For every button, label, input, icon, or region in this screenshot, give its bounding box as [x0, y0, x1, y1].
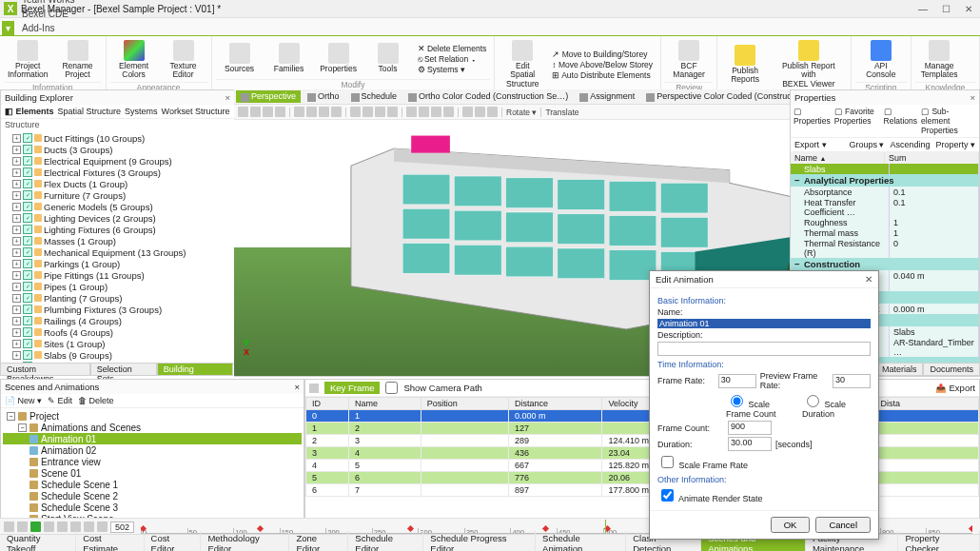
tree-node[interactable]: +✓Roofs (4 Groups) — [3, 326, 232, 338]
explorer-tab[interactable]: Systems — [125, 107, 158, 116]
tree-node[interactable]: +✓Mechanical Equipment (13 Groups) — [3, 246, 232, 258]
status-tab[interactable]: Methodology Editor — [201, 531, 289, 552]
groups-button[interactable]: Groups ▾ — [849, 140, 884, 149]
animate-render-state-checkbox[interactable] — [661, 489, 674, 502]
tree-node[interactable]: +✓Lighting Fixtures (6 Groups) — [3, 224, 232, 235]
close-icon[interactable]: × — [970, 92, 975, 103]
tree-node[interactable]: +✓Pipe Fittings (11 Groups) — [3, 269, 232, 281]
duration-input[interactable]: 30.00 — [728, 437, 772, 451]
element-colors-button[interactable]: Element Colors — [110, 38, 158, 82]
keyframe-tab[interactable]: Key Frame — [324, 382, 380, 394]
tree-node[interactable]: +✓Electrical Fixtures (3 Groups) — [3, 167, 232, 178]
tool-icon[interactable] — [443, 107, 454, 117]
column-header[interactable]: Distance — [509, 398, 602, 410]
properties-tab[interactable]: ▢ Favorite Properties — [834, 107, 880, 135]
scale-frame-count-radio[interactable] — [731, 395, 743, 407]
explorer-tab[interactable]: Spatial Structure — [58, 107, 122, 116]
tree-node[interactable]: +✓Pipes (1 Group) — [3, 281, 232, 292]
tool-icon[interactable] — [375, 107, 385, 117]
viewport-tab[interactable]: Ortho — [303, 90, 344, 102]
tool-icon[interactable] — [462, 107, 473, 117]
properties-tab[interactable]: ▢ Sub-element Properties — [921, 107, 976, 135]
column-header[interactable]: Name — [349, 398, 421, 410]
close-button[interactable]: ✕ — [961, 4, 976, 14]
tool-icon[interactable] — [431, 107, 441, 117]
property-row[interactable]: Thermal Resistance (R)0 — [791, 238, 979, 258]
tool-icon[interactable] — [294, 107, 304, 117]
close-icon[interactable]: ✕ — [865, 274, 872, 285]
tool-icon[interactable] — [306, 107, 317, 117]
export-button[interactable]: 📤 Export — [935, 383, 975, 393]
tool-icon[interactable] — [363, 107, 373, 117]
publish-reports-button[interactable]: Publish Reports — [721, 43, 769, 87]
ribbon-tab-add-ins[interactable]: Add-Ins — [14, 21, 97, 35]
edit-button[interactable]: ✎ Edit — [48, 396, 72, 405]
scene-item[interactable]: Animation 02 — [3, 444, 302, 456]
property-row[interactable]: Heat Transfer Coefficient …0.1 — [791, 197, 979, 217]
edit-spatial-structure-button[interactable]: Edit Spatial Structure — [499, 38, 546, 90]
property-row[interactable]: Slabs — [791, 164, 979, 174]
explorer-tab[interactable]: Workset Structure — [162, 107, 230, 116]
tools-button[interactable]: Tools — [364, 41, 412, 75]
explorer-tree[interactable]: +✓Duct Fittings (10 Groups)+✓Ducts (3 Gr… — [1, 130, 234, 364]
viewport-tab[interactable]: Schedule — [346, 90, 402, 102]
viewport-tab[interactable]: Perspective — [236, 90, 301, 102]
tool-icon[interactable] — [475, 107, 485, 117]
tree-node[interactable]: +✓Flex Ducts (1 Group) — [3, 178, 232, 189]
ascending-button[interactable]: Ascending — [890, 140, 930, 149]
panel-tab[interactable]: Custom Breakdowns — [0, 363, 90, 376]
systems-button[interactable]: ⚙ Systems ▾ — [418, 65, 465, 74]
scale-frame-rate-checkbox[interactable] — [661, 456, 674, 468]
tool-icon[interactable] — [419, 107, 429, 117]
description-input[interactable] — [657, 342, 871, 356]
viewport-tab[interactable]: Assignment — [575, 90, 639, 102]
tree-node[interactable]: +✓Generic Models (5 Groups) — [3, 201, 232, 212]
api-console-button[interactable]: API Console — [855, 38, 908, 82]
close-icon[interactable]: × — [225, 92, 230, 103]
name-input[interactable]: Animation 01 — [657, 319, 871, 328]
set-relation-button[interactable]: ⎋ Set Relation ▾ — [418, 54, 476, 64]
rotate-dropdown[interactable]: Rotate ▾ — [506, 108, 537, 117]
status-tab[interactable]: Cost Editor — [145, 531, 202, 552]
scale-duration-radio[interactable] — [807, 395, 819, 407]
column-header[interactable]: Position — [421, 398, 508, 410]
properties-tab[interactable]: ▢ Relations — [884, 107, 917, 135]
properties-button[interactable]: Properties — [315, 41, 363, 75]
property-dropdown[interactable]: Property ▾ — [935, 140, 975, 149]
move-building-storey-button[interactable]: ↗ Move to Building/Storey — [552, 49, 647, 59]
tool-icon[interactable] — [387, 107, 398, 117]
export-button[interactable]: Export ▾ — [794, 140, 827, 149]
project-information-button[interactable]: Project Information — [4, 38, 52, 82]
tree-node[interactable]: +✓Duct Fittings (10 Groups) — [3, 132, 232, 144]
scene-item[interactable]: Scene 01 — [3, 467, 302, 479]
tool-icon[interactable] — [406, 107, 417, 117]
preview-rate-input[interactable]: 30 — [833, 374, 871, 388]
tool-icon[interactable] — [263, 107, 273, 117]
ribbon-tab-bexel-cde[interactable]: Bexel CDE — [14, 7, 97, 21]
auto-distribute-button[interactable]: ⊞ Auto Distribute Elements — [552, 70, 650, 80]
scene-item[interactable]: Schedule Scene 2 — [3, 490, 302, 502]
column-header[interactable]: ID — [306, 398, 349, 410]
panel-tab[interactable]: Selection Sets — [90, 363, 157, 376]
ribbon-tab-team-works[interactable]: Team Works — [14, 0, 97, 7]
close-icon[interactable]: × — [294, 382, 300, 392]
families-button[interactable]: Families — [265, 41, 313, 75]
tree-node[interactable]: +✓Ducts (3 Groups) — [3, 144, 232, 155]
tree-node[interactable]: +✓Slabs (9 Groups) — [3, 349, 232, 361]
tree-node[interactable]: +✓Planting (7 Groups) — [3, 292, 232, 304]
scene-item[interactable]: Schedule Scene 1 — [3, 479, 302, 490]
texture-editor-button[interactable]: Texture Editor — [160, 38, 207, 82]
viewport-tab[interactable]: Ortho Color Coded (Construction Se…) — [403, 90, 573, 102]
frame-count-input[interactable]: 900 — [728, 421, 772, 435]
status-tab[interactable]: Quantity Takeoff — [0, 531, 76, 552]
tree-node[interactable]: +✓Masses (1 Group) — [3, 235, 232, 246]
tool-icon[interactable] — [319, 107, 329, 117]
scenes-tree[interactable]: −Project−Animations and ScenesAnimation … — [1, 408, 304, 518]
tree-node[interactable]: +✓Sites (1 Group) — [3, 338, 232, 349]
status-tab[interactable]: Cost Estimate — [76, 531, 144, 552]
manage-templates-button[interactable]: Manage Templates — [915, 38, 963, 82]
scene-item[interactable]: Animation 01 — [3, 433, 302, 444]
tree-node[interactable]: +✓Railings (4 Groups) — [3, 315, 232, 326]
maximize-button[interactable]: ☐ — [938, 4, 953, 14]
tool-icon[interactable] — [331, 107, 342, 117]
